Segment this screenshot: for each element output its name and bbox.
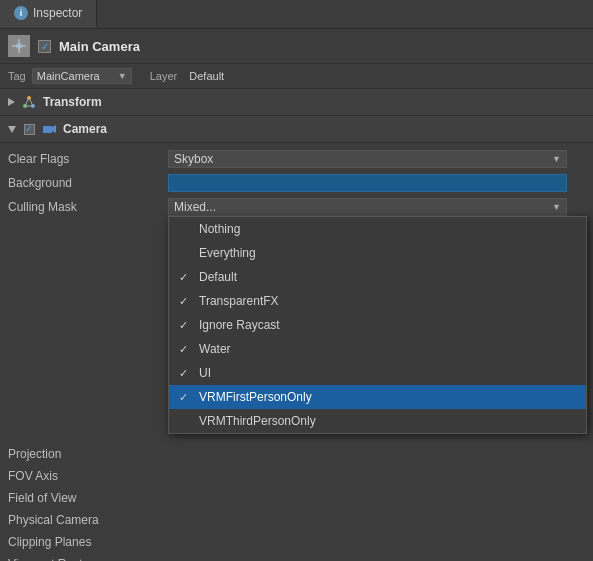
- dropdown-item-everything[interactable]: Everything: [169, 241, 586, 265]
- clipping-planes-label: Clipping Planes: [8, 535, 168, 549]
- layer-label: Layer: [150, 70, 178, 82]
- inspector-tab[interactable]: i Inspector: [0, 0, 97, 28]
- object-name: Main Camera: [59, 39, 140, 54]
- dropdown-item-vrm-third-person[interactable]: VRMThirdPersonOnly: [169, 409, 586, 433]
- svg-point-2: [16, 43, 22, 49]
- camera-section: ✓ Camera Clear Flags Skybox ▼: [0, 116, 593, 561]
- object-header: ✓ Main Camera: [0, 29, 593, 64]
- vrm-third-check-icon: [179, 415, 193, 427]
- viewport-rect-row: Viewport Rect: [0, 553, 593, 561]
- background-color-swatch[interactable]: [168, 174, 567, 192]
- tab-bar: i Inspector: [0, 0, 593, 29]
- svg-marker-10: [52, 125, 56, 133]
- transform-collapse-icon: [8, 98, 15, 106]
- culling-mask-label: Culling Mask: [8, 200, 168, 214]
- clear-flags-value[interactable]: Skybox ▼: [168, 150, 567, 168]
- transform-icon: [21, 94, 37, 110]
- culling-mask-chevron-icon: ▼: [552, 202, 561, 212]
- camera-properties: Clear Flags Skybox ▼ Background Culling …: [0, 143, 593, 223]
- culling-mask-row: Culling Mask Mixed... ▼ Nothing: [0, 195, 593, 219]
- fov-axis-label: FOV Axis: [8, 469, 168, 483]
- layer-value: Default: [189, 70, 224, 82]
- dropdown-item-ignore-raycast[interactable]: ✓ Ignore Raycast: [169, 313, 586, 337]
- tag-label: Tag: [8, 70, 26, 82]
- clear-flags-row: Clear Flags Skybox ▼: [0, 147, 593, 171]
- camera-enabled-checkbox[interactable]: ✓: [21, 121, 37, 137]
- field-of-view-label: Field of View: [8, 491, 168, 505]
- inspector-tab-label: Inspector: [33, 6, 82, 20]
- physical-camera-row: Physical Camera: [0, 509, 593, 531]
- background-row: Background: [0, 171, 593, 195]
- ignore-raycast-check-icon: ✓: [179, 319, 193, 332]
- tag-layer-row: Tag MainCamera ▼ Layer Default: [0, 64, 593, 89]
- tag-dropdown[interactable]: MainCamera ▼: [32, 68, 132, 84]
- field-of-view-row: Field of View: [0, 487, 593, 509]
- inspector-tab-icon: i: [14, 6, 28, 20]
- dropdown-item-water[interactable]: ✓ Water: [169, 337, 586, 361]
- dropdown-item-default[interactable]: ✓ Default: [169, 265, 586, 289]
- svg-line-6: [25, 98, 29, 106]
- dropdown-item-nothing[interactable]: Nothing: [169, 217, 586, 241]
- camera-collapse-icon: [8, 126, 16, 133]
- dropdown-item-vrm-first-person[interactable]: ✓ VRMFirstPersonOnly: [169, 385, 586, 409]
- object-enabled-checkbox[interactable]: ✓: [38, 40, 51, 53]
- dropdown-item-ui[interactable]: ✓ UI: [169, 361, 586, 385]
- physical-camera-label: Physical Camera: [8, 513, 168, 527]
- clear-flags-chevron-icon: ▼: [552, 154, 561, 164]
- everything-check-icon: [179, 247, 193, 259]
- projection-label: Projection: [8, 447, 168, 461]
- projection-row: Projection: [0, 443, 593, 465]
- camera-icon: [42, 121, 58, 137]
- object-icon: [8, 35, 30, 57]
- ui-check-icon: ✓: [179, 367, 193, 380]
- culling-mask-value[interactable]: Mixed... ▼: [168, 198, 567, 216]
- fov-axis-row: FOV Axis: [0, 465, 593, 487]
- viewport-rect-label: Viewport Rect: [8, 557, 168, 561]
- svg-line-7: [29, 98, 33, 106]
- svg-rect-9: [43, 126, 52, 133]
- transparentfx-check-icon: ✓: [179, 295, 193, 308]
- nothing-check-icon: [179, 223, 193, 235]
- transform-title: Transform: [43, 95, 102, 109]
- camera-title: Camera: [63, 122, 107, 136]
- background-label: Background: [8, 176, 168, 190]
- vrm-first-check-icon: ✓: [179, 391, 193, 404]
- water-check-icon: ✓: [179, 343, 193, 356]
- culling-mask-wrapper: Mixed... ▼ Nothing Everything: [168, 198, 567, 216]
- camera-section-header[interactable]: ✓ Camera: [0, 116, 593, 143]
- clear-flags-label: Clear Flags: [8, 152, 168, 166]
- inspector-body: ✓ Main Camera Tag MainCamera ▼ Layer Def…: [0, 29, 593, 561]
- default-check-icon: ✓: [179, 271, 193, 284]
- culling-mask-dropdown: Nothing Everything ✓ Default ✓ Trans: [168, 216, 587, 434]
- dropdown-item-transparentfx[interactable]: ✓ TransparentFX: [169, 289, 586, 313]
- transform-section-header[interactable]: Transform: [0, 89, 593, 116]
- clipping-planes-row: Clipping Planes: [0, 531, 593, 553]
- tag-chevron-icon: ▼: [118, 71, 127, 81]
